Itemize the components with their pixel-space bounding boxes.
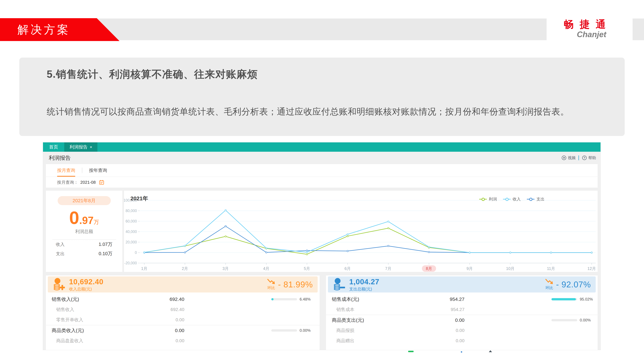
problem-card: 5.销售统计、利润核算不准确、往来对账麻烦 统计销售情况可以按商品查询销货单统计…	[19, 58, 625, 136]
report-title: 利润报告	[49, 152, 71, 164]
help-circle-icon: ?	[582, 155, 587, 160]
cutoff-glyph	[408, 351, 414, 352]
income-ratio-value: - 81.99%	[278, 280, 313, 289]
page-description: 统计销售情况可以按商品查询销货单统计表、毛利分析表；通过应收应付总账和明细账核对…	[47, 106, 569, 118]
report-row: 销售成本954.27	[326, 304, 598, 315]
expense-rows: 销售成本(元)954.2795.02%销售成本954.27商品类支出(元)0.0…	[326, 294, 598, 346]
profit-int: 0	[69, 208, 79, 228]
svg-text:20,000: 20,000	[126, 240, 137, 244]
svg-text:80,000: 80,000	[126, 209, 137, 213]
tab-profit-report-label: 利润报告	[70, 144, 88, 149]
app-screenshot: 首页 利润报告× 利润报告 视频 ?	[43, 142, 600, 350]
row-label: 销售成本(元)	[332, 296, 359, 303]
summary-expense-label: 支出	[56, 251, 64, 257]
tab-query-by-year[interactable]: 按年查询	[89, 164, 107, 177]
expense-ratio-value: - 92.07%	[556, 280, 591, 289]
row-label: 销售收入(元)	[52, 296, 79, 303]
profit-total-label: 利润总额	[46, 228, 122, 235]
slide: 解决方案 畅 捷 通 Chanjet 5.销售统计、利润核算不准确、往来对账麻烦…	[0, 0, 644, 362]
row-value: 692.40	[136, 307, 184, 312]
coins-plus-icon	[53, 278, 65, 291]
report-row: 零售开单收入0.00	[46, 315, 320, 325]
calendar-icon[interactable]	[99, 180, 104, 185]
summary-income-label: 收入	[56, 242, 64, 247]
banner-label: 解决方案	[18, 23, 70, 36]
row-progress: 95.02%	[552, 297, 593, 302]
svg-text:11月: 11月	[547, 266, 555, 271]
progress-track	[271, 298, 297, 300]
row-progress: 0.00%	[552, 318, 591, 323]
cutoff-glyph	[489, 350, 492, 352]
report-row: 商品赠出0.00	[326, 336, 598, 346]
svg-text:12月: 12月	[588, 266, 596, 271]
top-band-right-segment	[632, 18, 644, 40]
row-label: 销售收入	[56, 307, 74, 313]
video-link[interactable]: 视频	[562, 155, 576, 160]
profit-summary-card: 2021年8月 0.97万 利润总额 收入 1.07万 支出 0.10万	[46, 191, 122, 272]
month-filter: 按月查询： 2021-08	[46, 177, 598, 188]
income-total-label: 收入总额(元)	[69, 286, 104, 292]
row-label: 销售成本	[336, 307, 354, 313]
month-filter-value[interactable]: 2021-08	[80, 180, 96, 185]
legend-item-利润[interactable]: 利润	[479, 196, 497, 202]
row-value: 0.00	[136, 328, 184, 333]
play-circle-icon	[562, 155, 566, 160]
svg-text:60,000: 60,000	[126, 219, 137, 223]
query-tabs: 按月查询 按年查询	[46, 164, 598, 177]
summary-row-expense: 支出 0.10万	[56, 249, 112, 258]
row-value: 0.00	[136, 338, 184, 343]
row-value: 0.00	[416, 318, 464, 323]
progress-fill	[552, 298, 576, 300]
row-value: 0.00	[416, 328, 464, 333]
progress-track	[271, 329, 297, 332]
profit-unit: 万	[94, 219, 99, 225]
legend-item-收入[interactable]: 收入	[503, 196, 521, 202]
expense-band: 1,004.27 支出总额(元) 环比 - 92.07%	[328, 276, 596, 293]
row-value: 0.00	[136, 317, 184, 323]
svg-text:-20,000: -20,000	[124, 261, 137, 265]
row-value: 954.27	[416, 297, 464, 302]
income-ratio-label: 环比	[268, 285, 275, 290]
legend-item-支出[interactable]: 支出	[527, 196, 544, 202]
period-badge: 2021年8月	[58, 196, 111, 205]
cutoff-glyph	[461, 351, 462, 353]
svg-text:9月: 9月	[466, 266, 473, 271]
legend-marker-icon	[527, 199, 534, 200]
month-filter-label: 按月查询：	[57, 180, 78, 185]
query-panel: 按月查询 按年查询 按月查询： 2021-08	[46, 164, 598, 188]
logo-en-text: Chanjet	[559, 30, 607, 39]
tab-home[interactable]: 首页	[43, 142, 64, 152]
profit-trend-panel: 100,00080,00060,00040,00020,0000-20,0001…	[124, 191, 598, 272]
row-label: 商品报损	[336, 328, 354, 334]
row-progress: 0.00%	[271, 328, 310, 333]
progress-track	[552, 298, 577, 300]
row-percent: 6.48%	[300, 297, 310, 302]
report-row: 商品报损0.00	[326, 325, 598, 336]
coins-minus-icon	[333, 278, 345, 291]
tab-close-icon[interactable]: ×	[90, 145, 92, 149]
profit-dec: .97	[79, 215, 94, 226]
expense-total-label: 支出总额(元)	[349, 286, 379, 292]
row-label: 商品盘盈收入	[56, 338, 83, 344]
row-label: 商品类支出(元)	[332, 317, 364, 324]
app-header: 利润报告 视频 ? 帮助	[43, 152, 600, 164]
chart-title: 2021年	[130, 195, 148, 202]
query-tab-separator	[82, 168, 82, 173]
page-title: 5.销售统计、利润核算不准确、往来对账麻烦	[47, 67, 258, 81]
svg-text:7月: 7月	[385, 266, 392, 271]
help-link[interactable]: ? 帮助	[582, 155, 596, 160]
svg-text:8月: 8月	[426, 266, 432, 271]
report-row: 商品类支出(元)0.000.00%	[326, 315, 598, 325]
tab-query-by-month[interactable]: 按月查询	[57, 164, 75, 177]
legend-label: 收入	[512, 196, 521, 202]
svg-text:10月: 10月	[506, 266, 514, 271]
tab-profit-report[interactable]: 利润报告×	[64, 142, 98, 152]
chanjet-logo: 畅 捷 通 Chanjet	[559, 19, 607, 39]
report-row: 销售收入692.40	[46, 304, 320, 315]
help-link-label: 帮助	[588, 155, 596, 160]
income-total-value: 10,692.40	[69, 277, 104, 286]
svg-text:?: ?	[584, 156, 585, 159]
video-link-label: 视频	[568, 155, 576, 160]
report-row: 销售成本(元)954.2795.02%	[326, 294, 598, 304]
expense-total-value: 1,004.27	[349, 277, 379, 286]
